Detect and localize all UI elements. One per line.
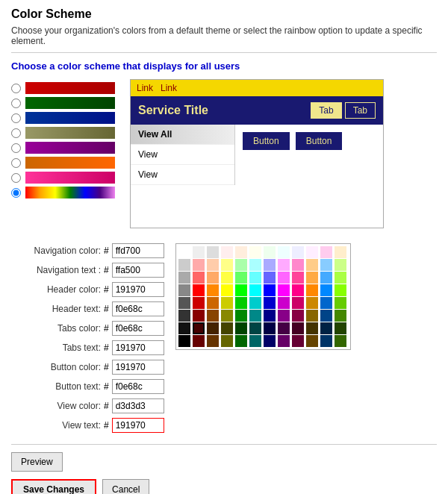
palette-cell[interactable] — [306, 246, 318, 258]
palette-cell[interactable] — [221, 297, 233, 309]
palette-cell[interactable] — [235, 335, 247, 347]
palette-cell[interactable] — [320, 272, 332, 284]
palette-cell[interactable] — [264, 259, 276, 271]
palette-cell[interactable] — [278, 297, 290, 309]
swatch-radio-5[interactable] — [11, 158, 21, 168]
palette-cell[interactable] — [207, 246, 219, 258]
palette-cell[interactable] — [306, 310, 318, 322]
palette-cell[interactable] — [193, 335, 205, 347]
palette-cell[interactable] — [292, 272, 304, 284]
palette-cell[interactable] — [335, 272, 346, 284]
palette-cell[interactable] — [278, 259, 290, 271]
palette-cell[interactable] — [235, 310, 247, 322]
palette-cell[interactable] — [292, 310, 304, 322]
palette-cell[interactable] — [249, 284, 261, 296]
palette-cell[interactable] — [193, 310, 205, 322]
preview-tab-2[interactable]: Tab — [345, 102, 376, 119]
palette-cell[interactable] — [278, 322, 290, 334]
palette-cell[interactable] — [221, 322, 233, 334]
palette-cell[interactable] — [178, 297, 190, 309]
preview-button[interactable]: Preview — [11, 452, 63, 472]
preview-button-2[interactable]: Button — [296, 132, 343, 150]
palette-cell[interactable] — [335, 246, 346, 258]
palette-cell[interactable] — [264, 335, 276, 347]
preview-nav-item-3[interactable]: View — [131, 165, 234, 185]
palette-cell[interactable] — [306, 322, 318, 334]
palette-cell[interactable] — [335, 259, 346, 271]
palette-cell[interactable] — [292, 259, 304, 271]
palette-cell[interactable] — [264, 272, 276, 284]
palette-cell[interactable] — [306, 297, 318, 309]
palette-cell[interactable] — [221, 335, 233, 347]
palette-cell[interactable] — [207, 335, 219, 347]
color-input-nav_text[interactable] — [112, 263, 164, 278]
color-input-header_color[interactable] — [112, 282, 164, 297]
palette-cell[interactable] — [264, 322, 276, 334]
swatch-radio-3[interactable] — [11, 128, 21, 138]
color-input-view_color[interactable] — [112, 398, 164, 413]
preview-nav-item-2[interactable]: View — [131, 145, 234, 165]
palette-cell[interactable] — [320, 246, 332, 258]
palette-cell[interactable] — [249, 297, 261, 309]
palette-cell[interactable] — [249, 322, 261, 334]
palette-cell[interactable] — [235, 322, 247, 334]
palette-cell[interactable] — [178, 246, 190, 258]
palette-cell[interactable] — [306, 272, 318, 284]
palette-cell[interactable] — [320, 259, 332, 271]
palette-cell[interactable] — [207, 259, 219, 271]
palette-cell[interactable] — [235, 297, 247, 309]
palette-cell[interactable] — [278, 310, 290, 322]
palette-cell[interactable] — [320, 322, 332, 334]
swatch-radio-0[interactable] — [11, 84, 21, 93]
palette-cell[interactable] — [235, 246, 247, 258]
palette-cell[interactable] — [193, 246, 205, 258]
palette-cell[interactable] — [178, 272, 190, 284]
color-input-button_text[interactable] — [112, 379, 164, 394]
palette-cell[interactable] — [278, 284, 290, 296]
palette-cell[interactable] — [335, 284, 346, 296]
palette-cell[interactable] — [193, 297, 205, 309]
palette-cell[interactable] — [249, 310, 261, 322]
palette-cell[interactable] — [306, 335, 318, 347]
palette-cell[interactable] — [178, 335, 190, 347]
palette-cell[interactable] — [178, 259, 190, 271]
palette-cell[interactable] — [264, 297, 276, 309]
preview-nav-item-1[interactable]: View All — [131, 125, 234, 145]
swatch-radio-7[interactable] — [11, 188, 21, 198]
palette-cell[interactable] — [207, 322, 219, 334]
palette-cell[interactable] — [178, 284, 190, 296]
color-input-button_color[interactable] — [112, 360, 164, 375]
palette-cell[interactable] — [292, 246, 304, 258]
swatch-radio-6[interactable] — [11, 173, 21, 183]
swatch-radio-1[interactable] — [11, 99, 21, 108]
palette-cell[interactable] — [320, 310, 332, 322]
palette-cell[interactable] — [178, 310, 190, 322]
palette-cell[interactable] — [193, 259, 205, 271]
color-input-tabs_text[interactable] — [112, 340, 164, 355]
palette-cell[interactable] — [278, 335, 290, 347]
palette-cell[interactable] — [207, 272, 219, 284]
palette-cell[interactable] — [221, 284, 233, 296]
palette-cell[interactable] — [207, 284, 219, 296]
palette-cell[interactable] — [264, 284, 276, 296]
palette-cell[interactable] — [292, 335, 304, 347]
palette-cell[interactable] — [207, 297, 219, 309]
preview-button-1[interactable]: Button — [243, 132, 290, 150]
color-input-nav_color[interactable] — [112, 243, 164, 258]
palette-cell[interactable] — [264, 246, 276, 258]
palette-cell[interactable] — [320, 284, 332, 296]
palette-cell[interactable] — [292, 297, 304, 309]
palette-cell[interactable] — [193, 284, 205, 296]
color-input-view_text[interactable] — [112, 418, 164, 433]
palette-cell[interactable] — [193, 322, 205, 334]
save-button[interactable]: Save Changes — [11, 479, 96, 494]
palette-cell[interactable] — [235, 259, 247, 271]
palette-cell[interactable] — [306, 284, 318, 296]
palette-cell[interactable] — [292, 322, 304, 334]
palette-cell[interactable] — [221, 246, 233, 258]
palette-cell[interactable] — [193, 272, 205, 284]
palette-cell[interactable] — [335, 310, 346, 322]
palette-cell[interactable] — [249, 335, 261, 347]
palette-cell[interactable] — [235, 284, 247, 296]
swatch-radio-4[interactable] — [11, 143, 21, 153]
